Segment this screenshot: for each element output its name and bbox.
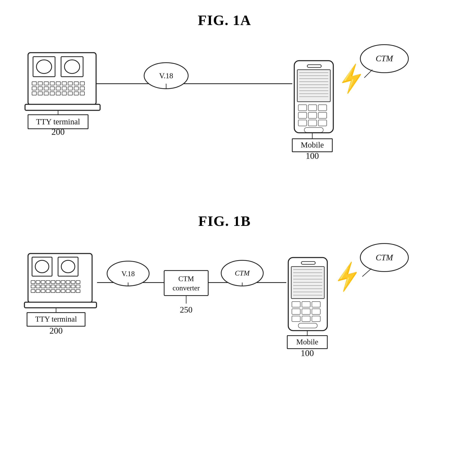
svg-rect-79: [46, 285, 50, 288]
ctm-label-1a: CTM: [376, 54, 393, 63]
svg-rect-80: [51, 285, 55, 288]
svg-rect-12: [74, 82, 79, 85]
fig1a-diagram: TTY terminal 200 V.18: [16, 41, 433, 197]
svg-rect-55: [308, 120, 317, 126]
svg-rect-74: [71, 281, 75, 283]
svg-rect-67: [36, 281, 40, 283]
svg-rect-115: [302, 302, 310, 307]
lightning-1b: ⚡: [329, 259, 366, 294]
svg-rect-78: [41, 285, 45, 288]
svg-rect-37: [307, 65, 321, 68]
tty-label-1b: TTY terminal: [35, 315, 77, 323]
svg-rect-76: [31, 285, 35, 288]
svg-rect-96: [24, 302, 96, 308]
svg-rect-72: [61, 281, 65, 283]
figure-1b-section: FIG. 1B: [16, 213, 433, 406]
svg-rect-27: [56, 92, 61, 95]
svg-rect-19: [62, 87, 67, 90]
svg-rect-68: [41, 281, 45, 283]
svg-point-65: [61, 260, 75, 273]
svg-rect-120: [292, 316, 300, 322]
svg-rect-17: [50, 87, 54, 90]
svg-rect-25: [44, 92, 48, 95]
svg-rect-91: [56, 289, 60, 293]
svg-rect-16: [44, 87, 48, 90]
svg-rect-70: [51, 281, 55, 283]
svg-rect-81: [56, 285, 60, 288]
svg-rect-7: [44, 82, 48, 85]
tty-label-1a: TTY terminal: [36, 117, 80, 126]
svg-rect-52: [308, 112, 317, 118]
svg-rect-89: [46, 289, 50, 293]
svg-rect-51: [298, 112, 307, 118]
svg-rect-83: [66, 285, 70, 288]
svg-rect-123: [298, 323, 317, 328]
svg-rect-87: [36, 289, 40, 293]
svg-rect-75: [76, 281, 80, 283]
mobile-device-1a: Mobile 100: [292, 61, 333, 161]
svg-rect-85: [76, 285, 80, 288]
v18-label-1a: V.18: [159, 72, 173, 80]
svg-rect-69: [46, 281, 50, 283]
svg-rect-49: [308, 105, 317, 111]
mobile-label-1b: Mobile: [296, 338, 318, 346]
svg-rect-9: [56, 82, 61, 85]
fig1b-title: FIG. 1B: [16, 213, 433, 229]
svg-rect-48: [298, 105, 307, 111]
svg-rect-90: [51, 289, 55, 293]
svg-rect-11: [68, 82, 73, 85]
svg-rect-5: [32, 82, 36, 85]
fig1a-title: FIG. 1A: [16, 12, 433, 29]
fig1b-diagram: TTY terminal 200 V.18 CTM converter: [16, 242, 433, 406]
ctm-between-label: CTM: [235, 269, 250, 277]
svg-point-63: [35, 260, 49, 273]
fig1b-svg: TTY terminal 200 V.18 CTM converter: [16, 242, 433, 406]
svg-rect-88: [41, 289, 45, 293]
svg-rect-50: [318, 105, 327, 111]
svg-rect-20: [68, 87, 73, 90]
svg-rect-93: [66, 289, 70, 293]
svg-rect-30: [74, 92, 79, 95]
svg-rect-29: [68, 92, 73, 95]
mobile-number-1a: 100: [306, 151, 319, 161]
tty-number-1a: 200: [51, 127, 65, 137]
page: FIG. 1A: [0, 0, 449, 476]
svg-rect-26: [50, 92, 54, 95]
tty-device-1a: TTY terminal 200: [25, 53, 100, 137]
svg-rect-23: [32, 92, 36, 95]
svg-rect-57: [304, 128, 323, 132]
svg-rect-53: [318, 112, 327, 118]
mobile-number-1b: 100: [301, 348, 314, 358]
mobile-device-1b: Mobile 100: [287, 258, 327, 358]
svg-rect-114: [292, 302, 300, 307]
svg-rect-121: [302, 316, 310, 322]
svg-rect-8: [50, 82, 54, 85]
svg-rect-84: [71, 285, 75, 288]
svg-rect-122: [312, 316, 320, 322]
svg-rect-21: [74, 87, 79, 90]
v18-label-1b: V.18: [122, 270, 135, 278]
fig1a-svg: TTY terminal 200 V.18: [16, 41, 433, 193]
svg-rect-82: [61, 285, 65, 288]
svg-rect-86: [31, 289, 35, 293]
svg-rect-71: [56, 281, 60, 283]
svg-rect-116: [312, 302, 320, 307]
svg-point-4: [64, 60, 80, 74]
ctm-label-1b-top: CTM: [376, 253, 393, 262]
svg-rect-95: [76, 289, 80, 293]
svg-rect-54: [298, 120, 307, 126]
svg-rect-56: [318, 120, 327, 126]
svg-rect-14: [32, 87, 36, 90]
converter-number: 250: [180, 305, 193, 314]
converter-label-line1: CTM: [178, 275, 194, 283]
svg-rect-103: [301, 261, 315, 264]
svg-rect-77: [36, 285, 40, 288]
svg-rect-6: [38, 82, 42, 85]
converter-label-line2: converter: [173, 284, 200, 292]
svg-point-2: [36, 60, 52, 74]
svg-rect-94: [71, 289, 75, 293]
svg-rect-15: [38, 87, 42, 90]
tty-number-1b: 200: [50, 326, 63, 336]
svg-rect-28: [62, 92, 67, 95]
figure-1a-section: FIG. 1A: [16, 12, 433, 197]
